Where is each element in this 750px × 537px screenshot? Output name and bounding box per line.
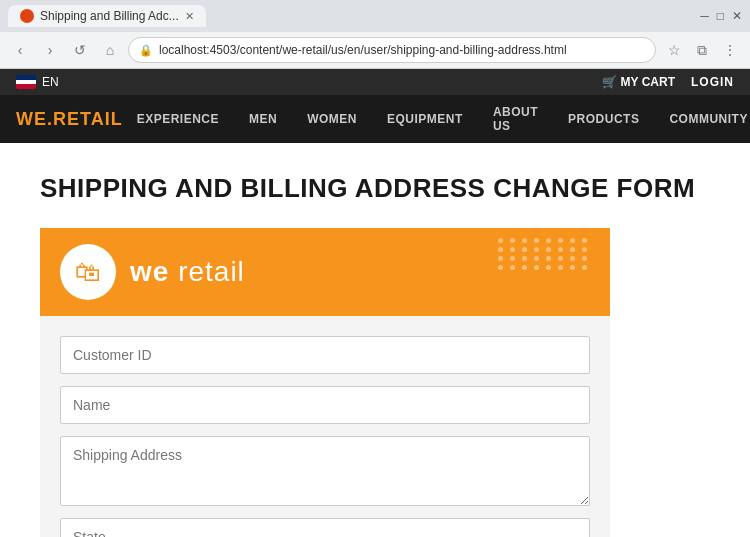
nav-links: EXPERIENCE MEN WOMEN EQUIPMENT ABOUT US … xyxy=(123,95,750,143)
header-dots-decoration xyxy=(498,238,590,270)
forward-button[interactable]: › xyxy=(38,38,62,62)
page-content: SHIPPING AND BILLING ADDRESS CHANGE FORM… xyxy=(0,143,750,537)
form-header: 🛍 we retail xyxy=(40,228,610,316)
browser-tab[interactable]: Shipping and Billing Adc... ✕ xyxy=(8,5,206,27)
close-icon[interactable]: ✕ xyxy=(732,9,742,23)
state-input[interactable] xyxy=(60,518,590,537)
logo-bag-icon: 🛍 xyxy=(75,257,101,288)
lang-right: 🛒 MY CART LOGIN xyxy=(602,75,734,89)
nav-community[interactable]: COMMUNITY xyxy=(655,95,750,143)
nav-equipment[interactable]: EQUIPMENT xyxy=(373,95,477,143)
cart-label: MY CART xyxy=(621,75,675,89)
browser-titlebar: Shipping and Billing Adc... ✕ ─ □ ✕ xyxy=(0,0,750,32)
address-bar[interactable]: 🔒 localhost:4503/content/we-retail/us/en… xyxy=(128,37,656,63)
back-button[interactable]: ‹ xyxy=(8,38,32,62)
url-text: localhost:4503/content/we-retail/us/en/u… xyxy=(159,43,645,57)
form-card: 🛍 we retail xyxy=(40,228,610,537)
tab-title: Shipping and Billing Adc... xyxy=(40,9,179,23)
shipping-address-input[interactable] xyxy=(60,436,590,506)
cart-icon: 🛒 xyxy=(602,75,617,89)
brand-retail-text: retail xyxy=(169,256,244,287)
website-content: EN 🛒 MY CART LOGIN WE.RETAIL EXPERIENCE … xyxy=(0,69,750,537)
name-input[interactable] xyxy=(60,386,590,424)
browser-chrome: Shipping and Billing Adc... ✕ ─ □ ✕ ‹ › … xyxy=(0,0,750,69)
browser-toolbar: ‹ › ↺ ⌂ 🔒 localhost:4503/content/we-reta… xyxy=(0,32,750,68)
browser-action-buttons: ☆ ⧉ ⋮ xyxy=(662,38,742,62)
main-nav: WE.RETAIL EXPERIENCE MEN WOMEN EQUIPMENT… xyxy=(0,95,750,143)
page-title: SHIPPING AND BILLING ADDRESS CHANGE FORM xyxy=(40,173,710,204)
tab-favicon xyxy=(20,9,34,23)
extensions-icon[interactable]: ⧉ xyxy=(690,38,714,62)
brand-retail: RETAIL xyxy=(53,109,123,129)
flag-icon xyxy=(16,75,36,89)
bookmark-icon[interactable]: ☆ xyxy=(662,38,686,62)
reload-button[interactable]: ↺ xyxy=(68,38,92,62)
minimize-icon[interactable]: ─ xyxy=(700,9,709,23)
cart-link[interactable]: 🛒 MY CART xyxy=(602,75,675,89)
nav-about-us[interactable]: ABOUT US xyxy=(479,95,552,143)
lang-bar: EN 🛒 MY CART LOGIN xyxy=(0,69,750,95)
home-button[interactable]: ⌂ xyxy=(98,38,122,62)
nav-women[interactable]: WOMEN xyxy=(293,95,371,143)
form-brand: we retail xyxy=(130,256,245,288)
brand-we: WE. xyxy=(16,109,53,129)
tab-close-icon[interactable]: ✕ xyxy=(185,10,194,23)
form-logo: 🛍 xyxy=(60,244,116,300)
nav-men[interactable]: MEN xyxy=(235,95,291,143)
nav-experience[interactable]: EXPERIENCE xyxy=(123,95,233,143)
browser-menu-icon[interactable]: ⋮ xyxy=(718,38,742,62)
lang-label: EN xyxy=(42,75,59,89)
lock-icon: 🔒 xyxy=(139,44,153,57)
login-link[interactable]: LOGIN xyxy=(691,75,734,89)
nav-products[interactable]: PRODUCTS xyxy=(554,95,653,143)
lang-left: EN xyxy=(16,75,59,89)
brand-we-text: we xyxy=(130,256,169,287)
brand-logo: WE.RETAIL xyxy=(16,109,123,130)
customer-id-input[interactable] xyxy=(60,336,590,374)
maximize-icon[interactable]: □ xyxy=(717,9,724,23)
form-body xyxy=(40,336,610,537)
